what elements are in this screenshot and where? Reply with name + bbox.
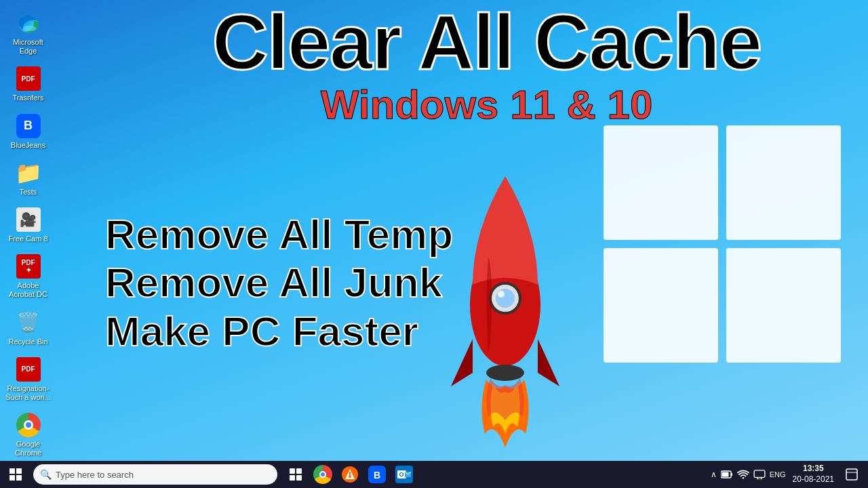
svg-rect-11 [290, 468, 295, 474]
svg-rect-33 [846, 469, 857, 480]
main-content: Clear All Cache Windows 11 & 10 Remove A… [105, 0, 868, 461]
recycle-bin-label: Recycle Bin [8, 338, 47, 346]
svg-point-1 [23, 26, 36, 31]
desktop-icon-tests[interactable]: 📁 Tests [3, 155, 54, 201]
battery-icon [721, 470, 733, 479]
desktop-icon-bluejeans[interactable]: B BlueJeans [3, 108, 54, 154]
transfers-icon: PDF [15, 65, 42, 92]
windows-logo [604, 125, 854, 376]
win-pane-br [726, 248, 841, 363]
desktop-icon-resignation[interactable]: PDF Resignation- Such a won... [3, 352, 54, 406]
search-placeholder-text: Type here to search [56, 470, 134, 480]
svg-rect-28 [722, 472, 728, 477]
language-label: ENG [770, 470, 786, 479]
svg-rect-17 [349, 472, 351, 475]
chrome-label: Google Chrome [5, 440, 51, 458]
resignation-label: Resignation- Such a won... [5, 384, 51, 402]
resignation-icon: PDF [15, 356, 42, 383]
clock-area[interactable]: 13:35 20-08-2021 [789, 464, 838, 485]
subtitle: Windows 11 & 10 [105, 81, 868, 128]
desktop-icon-recycle-bin[interactable]: 🗑️ Recycle Bin [3, 305, 54, 350]
transfers-label: Trasnfers [12, 94, 43, 102]
taskbar-bluejeans-icon[interactable]: B [364, 462, 390, 487]
desktop-icons: Microsoft Edge PDF Trasnfers B BlueJeans… [0, 0, 56, 488]
svg-point-5 [498, 291, 505, 298]
show-hidden-icon[interactable]: ∧ [711, 470, 717, 479]
svg-text:B: B [374, 470, 380, 481]
rocket-illustration [431, 163, 580, 447]
freecam-icon: 🎥 [15, 206, 42, 233]
adobe-icon: PDF✦ [15, 253, 42, 280]
main-title: Clear All Cache [105, 0, 868, 81]
svg-rect-13 [290, 475, 295, 481]
svg-rect-27 [731, 473, 732, 476]
system-tray: ∧ ENG [711, 462, 868, 487]
desktop-icon-adobe[interactable]: PDF✦ Adobe Acrobat DC [3, 249, 54, 303]
freecam-label: Free Cam 8 [8, 235, 47, 243]
desktop-icon-transfers[interactable]: PDF Trasnfers [3, 61, 54, 106]
desktop-icon-freecam[interactable]: 🎥 Free Cam 8 [3, 202, 54, 247]
wifi-icon [737, 470, 749, 479]
bullet-points: Remove All Temp Remove All Junk Make PC … [105, 210, 453, 355]
chrome-icon [15, 411, 42, 439]
tests-folder-icon: 📁 [15, 159, 42, 186]
svg-text:O: O [399, 471, 403, 478]
edge-label: Microsoft Edge [5, 38, 51, 56]
start-button[interactable] [0, 461, 31, 488]
taskbar-avast-icon[interactable] [337, 462, 363, 487]
win-pane-tr [726, 125, 841, 240]
tray-icons: ∧ ENG [711, 470, 786, 479]
win-pane-bl [604, 248, 718, 363]
taskbar: 🔍 Type here to search [0, 461, 868, 488]
svg-rect-14 [296, 475, 302, 481]
desktop-icon-edge[interactable]: Microsoft Edge [3, 5, 54, 60]
svg-point-4 [496, 289, 515, 308]
taskbar-chrome-icon[interactable] [310, 462, 336, 487]
display-icon [753, 470, 766, 479]
desktop-icon-chrome[interactable]: Google Chrome [3, 407, 54, 462]
svg-rect-9 [9, 475, 15, 481]
adobe-label: Adobe Acrobat DC [5, 281, 51, 299]
bullet-2: Remove All Junk [105, 258, 453, 306]
win-pane-tl [604, 125, 718, 240]
edge-icon [15, 9, 42, 37]
task-view-button[interactable] [283, 462, 309, 487]
clock-time: 13:35 [793, 464, 834, 474]
tests-label: Tests [20, 188, 37, 197]
desktop: Microsoft Edge PDF Trasnfers B BlueJeans… [0, 0, 868, 461]
taskbar-outlook-icon[interactable]: O [391, 462, 417, 487]
bullet-1: Remove All Temp [105, 210, 453, 258]
svg-rect-29 [754, 470, 765, 478]
taskbar-pinned-icons: B O [283, 462, 417, 487]
bluejeans-label: BlueJeans [11, 141, 45, 150]
notification-icon[interactable] [841, 462, 863, 487]
svg-rect-8 [16, 468, 22, 474]
svg-point-6 [486, 365, 524, 381]
svg-rect-10 [16, 475, 22, 481]
clock-date: 20-08-2021 [793, 474, 834, 485]
bullet-3: Make PC Faster [105, 307, 453, 355]
svg-rect-12 [296, 468, 302, 474]
svg-point-16 [349, 475, 351, 478]
svg-rect-7 [9, 468, 15, 474]
search-bar[interactable]: 🔍 Type here to search [33, 464, 277, 485]
recycle-bin-icon: 🗑️ [15, 309, 42, 336]
search-icon: 🔍 [40, 469, 52, 480]
bluejeans-icon: B [15, 113, 42, 140]
